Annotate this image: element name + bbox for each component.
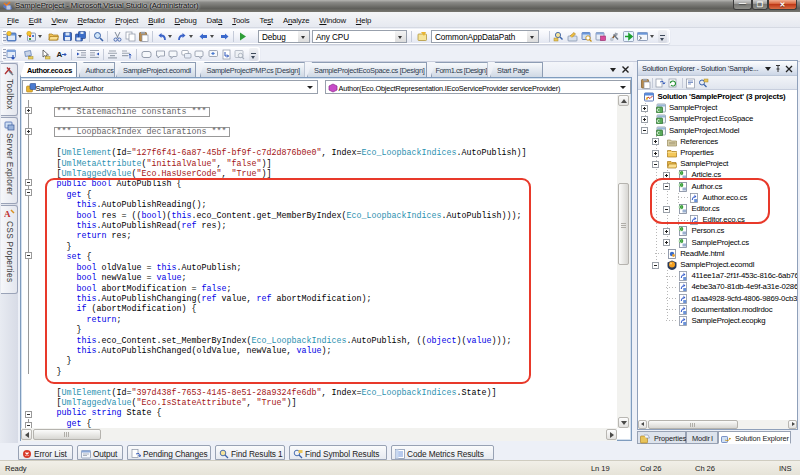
svg-text:A: A [4,209,11,219]
svg-text:A: A [57,50,63,59]
